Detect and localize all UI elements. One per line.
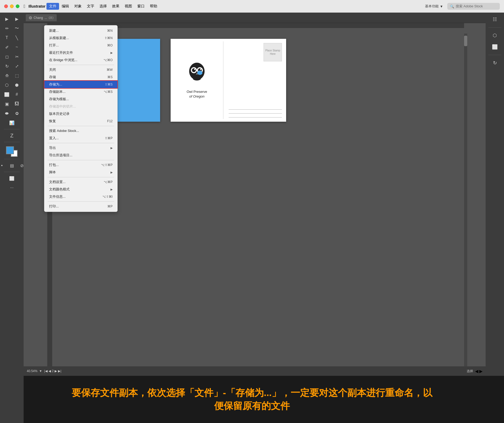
menu-export-arrow: ▶ <box>111 146 113 150</box>
layers-panel-icon[interactable]: ☷ <box>490 15 500 24</box>
menu-scripts-arrow: ▶ <box>111 171 113 174</box>
dropdown-overlay: 新建... ⌘N 从模板新建... ⇧⌘N 打开... ⌘O 最近打开的文件 ▶… <box>0 25 504 423</box>
essentials-label: 基本功能 <box>425 4 439 9</box>
menu-browse-bridge-label: 在 Bridge 中浏览... <box>49 58 98 62</box>
menu-save-as-template-label: 存储为模板... <box>49 97 113 101</box>
select-tool[interactable]: ▶ <box>2 15 12 23</box>
search-icon: 🔍 <box>450 4 454 8</box>
apple-icon:  <box>24 4 25 9</box>
menu-package-shortcut: ⌥⇧⌘P <box>101 163 113 167</box>
menu-version-history[interactable]: 版本历史记录 <box>44 110 117 117</box>
menu-open[interactable]: 打开... ⌘O <box>44 42 117 49</box>
menu-print-label: 打印... <box>49 204 102 209</box>
menu-doc-color-mode[interactable]: 文档颜色模式 ▶ <box>44 186 117 193</box>
tab-close-button[interactable]: × <box>29 16 32 19</box>
menu-export-selected-label: 导出所选项目... <box>49 153 113 158</box>
search-bar[interactable]: 🔍 搜索 Adobe Stock <box>447 3 500 10</box>
menu-close-label: 关闭 <box>49 67 101 72</box>
tab-indicator: (次) <box>49 16 53 20</box>
menu-export[interactable]: 导出 ▶ <box>44 144 117 152</box>
menu-revert-shortcut: F12 <box>107 119 113 123</box>
menu-export-label: 导出 <box>49 146 111 150</box>
menu-save-as-label: 存储为... <box>49 82 99 87</box>
menu-save-shortcut: ⌘S <box>107 75 113 79</box>
menu-save[interactable]: 存储 ⌘S <box>44 73 117 81</box>
menu-place-shortcut: ⇧⌘P <box>105 136 113 140</box>
menu-bar-right: 基本功能 ▼ 🔍 搜索 Adobe Stock <box>425 3 500 10</box>
separator-5 <box>48 177 114 177</box>
menu-save-slices-label: 存储选中的切片... <box>49 104 113 109</box>
menu-browse-bridge[interactable]: 在 Bridge 中浏览... ⌥⌘O <box>44 56 117 64</box>
close-button[interactable] <box>4 4 8 8</box>
menu-revert-label: 恢复 <box>49 119 102 124</box>
maximize-button[interactable] <box>16 4 19 8</box>
menu-place-label: 置入... <box>49 136 99 141</box>
menu-save-copy-shortcut: ⌥⌘S <box>104 90 113 94</box>
menu-file-info[interactable]: 文件信息... ⌥⇧⌘I <box>44 193 117 200</box>
menu-item-view[interactable]: 视图 <box>122 3 135 10</box>
menu-place[interactable]: 置入... ⇧⌘P <box>44 135 117 142</box>
menu-item-select[interactable]: 选择 <box>97 3 109 10</box>
menu-scripts-label: 脚本 <box>49 170 111 175</box>
menu-new-from-template[interactable]: 从模板新建... ⇧⌘N <box>44 34 117 42</box>
menu-print-shortcut: ⌘P <box>107 205 113 208</box>
separator-3 <box>48 143 114 143</box>
menu-new-shortcut: ⌘N <box>107 29 113 33</box>
menu-save-copy[interactable]: 存储副本... ⌥⌘S <box>44 88 117 95</box>
essentials-chevron: ▼ <box>440 4 443 8</box>
minimize-button[interactable] <box>10 4 14 8</box>
menu-new-from-template-shortcut: ⇧⌘N <box>104 36 113 40</box>
menu-package[interactable]: 打包... ⌥⇧⌘P <box>44 161 117 169</box>
app-name: Illustrator <box>29 4 46 8</box>
menu-search-stock[interactable]: 搜索 Adobe Stock... <box>44 127 117 135</box>
menu-doc-color-mode-arrow: ▶ <box>111 188 113 191</box>
menu-file-info-label: 文件信息... <box>49 194 97 199</box>
menu-recent-arrow: ▶ <box>111 51 113 55</box>
menu-search-stock-label: 搜索 Adobe Stock... <box>49 128 113 133</box>
menu-recent[interactable]: 最近打开的文件 ▶ <box>44 49 117 56</box>
menu-package-label: 打包... <box>49 163 96 167</box>
menu-doc-setup-label: 文档设置... <box>49 180 98 184</box>
menu-item-window[interactable]: 窗口 <box>135 3 147 10</box>
menu-save-as-shortcut: ⇧⌘S <box>105 83 113 86</box>
menu-scripts[interactable]: 脚本 ▶ <box>44 169 117 176</box>
menu-recent-label: 最近打开的文件 <box>49 50 111 55</box>
menu-new-from-template-label: 从模板新建... <box>49 36 99 40</box>
menu-doc-setup-shortcut: ⌥⌘P <box>104 180 113 184</box>
menu-close-shortcut: ⌘W <box>107 68 113 72</box>
menu-open-label: 打开... <box>49 43 102 48</box>
direct-select-tool[interactable]: ▶ <box>12 15 22 23</box>
app-container: ▶ ▶ ✏ 〜 T ╲ ✐ ~ ◻ ✂ ↻ ⤢ ⟰ ⬚ ⬡ ⬢ <box>0 13 504 423</box>
menu-save-copy-label: 存储副本... <box>49 89 98 94</box>
menu-export-selected[interactable]: 导出所选项目... <box>44 152 117 159</box>
essentials-button[interactable]: 基本功能 ▼ <box>425 4 443 9</box>
menu-print[interactable]: 打印... ⌘P <box>44 203 117 210</box>
menu-new-label: 新建... <box>49 28 102 33</box>
separator-1 <box>48 65 114 65</box>
menu-save-as-template[interactable]: 存储为模板... <box>44 95 117 103</box>
menu-item-text[interactable]: 文字 <box>84 3 97 10</box>
file-dropdown-menu: 新建... ⌘N 从模板新建... ⇧⌘N 打开... ⌘O 最近打开的文件 ▶… <box>44 25 118 212</box>
menu-items: 文件 编辑 对象 文字 选择 效果 视图 窗口 帮助 <box>46 3 160 10</box>
menu-close[interactable]: 关闭 ⌘W <box>44 66 117 73</box>
traffic-lights <box>4 4 19 8</box>
menu-new[interactable]: 新建... ⌘N <box>44 27 117 34</box>
search-placeholder: 搜索 Adobe Stock <box>456 4 483 9</box>
menu-doc-setup[interactable]: 文档设置... ⌥⌘P <box>44 178 117 186</box>
menu-item-effect[interactable]: 效果 <box>109 3 122 10</box>
menu-save-slices: 存储选中的切片... <box>44 103 117 110</box>
menu-file-info-shortcut: ⌥⇧⌘I <box>102 195 113 199</box>
menu-save-as[interactable]: 存储为... ⇧⌘S <box>44 81 117 88</box>
menu-browse-bridge-shortcut: ⌥⌘O <box>103 58 113 62</box>
menu-item-file[interactable]: 文件 <box>46 3 59 10</box>
tab-bar: × Chang ... (次) <box>24 13 486 23</box>
menu-item-help[interactable]: 帮助 <box>147 3 160 10</box>
menu-item-object[interactable]: 对象 <box>72 3 84 10</box>
menu-open-shortcut: ⌘O <box>107 44 113 47</box>
menu-item-edit[interactable]: 编辑 <box>59 3 72 10</box>
document-tab[interactable]: × Chang ... (次) <box>26 14 57 21</box>
menu-doc-color-mode-label: 文档颜色模式 <box>49 187 111 192</box>
menu-version-history-label: 版本历史记录 <box>49 111 113 116</box>
menu-revert[interactable]: 恢复 F12 <box>44 117 117 125</box>
menu-bar:  Illustrator 文件 编辑 对象 文字 选择 效果 视图 窗口 帮助… <box>0 0 504 13</box>
